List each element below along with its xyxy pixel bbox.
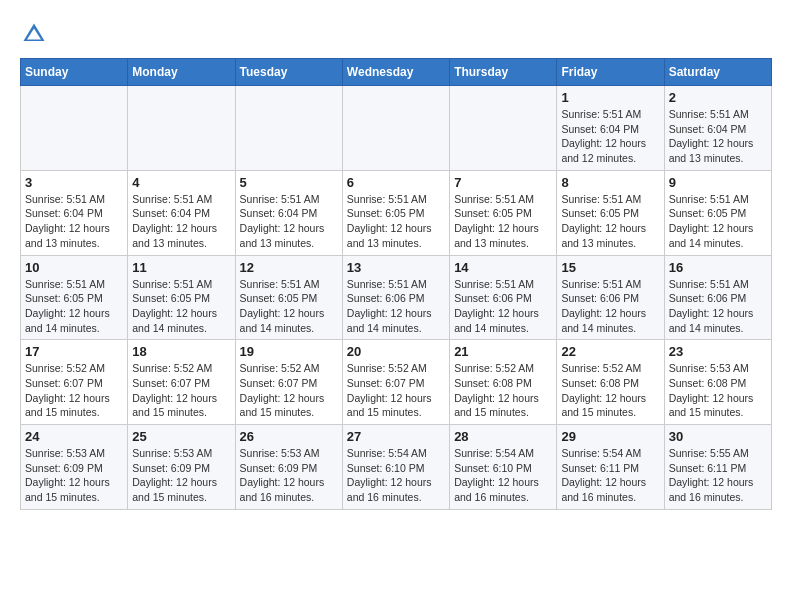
day-info: Sunrise: 5:51 AM Sunset: 6:04 PM Dayligh… <box>25 192 123 251</box>
day-header-thursday: Thursday <box>450 59 557 86</box>
day-info: Sunrise: 5:51 AM Sunset: 6:04 PM Dayligh… <box>240 192 338 251</box>
day-number: 9 <box>669 175 767 190</box>
day-info: Sunrise: 5:52 AM Sunset: 6:08 PM Dayligh… <box>454 361 552 420</box>
day-cell: 27Sunrise: 5:54 AM Sunset: 6:10 PM Dayli… <box>342 425 449 510</box>
day-info: Sunrise: 5:54 AM Sunset: 6:11 PM Dayligh… <box>561 446 659 505</box>
day-number: 24 <box>25 429 123 444</box>
day-cell: 17Sunrise: 5:52 AM Sunset: 6:07 PM Dayli… <box>21 340 128 425</box>
logo <box>20 20 52 48</box>
week-row: 1Sunrise: 5:51 AM Sunset: 6:04 PM Daylig… <box>21 86 772 171</box>
header-row: SundayMondayTuesdayWednesdayThursdayFrid… <box>21 59 772 86</box>
day-info: Sunrise: 5:51 AM Sunset: 6:05 PM Dayligh… <box>240 277 338 336</box>
day-number: 18 <box>132 344 230 359</box>
day-cell: 22Sunrise: 5:52 AM Sunset: 6:08 PM Dayli… <box>557 340 664 425</box>
day-number: 11 <box>132 260 230 275</box>
day-header-monday: Monday <box>128 59 235 86</box>
day-cell: 3Sunrise: 5:51 AM Sunset: 6:04 PM Daylig… <box>21 170 128 255</box>
day-number: 20 <box>347 344 445 359</box>
day-info: Sunrise: 5:52 AM Sunset: 6:07 PM Dayligh… <box>240 361 338 420</box>
day-cell: 4Sunrise: 5:51 AM Sunset: 6:04 PM Daylig… <box>128 170 235 255</box>
day-cell: 13Sunrise: 5:51 AM Sunset: 6:06 PM Dayli… <box>342 255 449 340</box>
day-info: Sunrise: 5:51 AM Sunset: 6:04 PM Dayligh… <box>132 192 230 251</box>
day-number: 25 <box>132 429 230 444</box>
day-cell: 21Sunrise: 5:52 AM Sunset: 6:08 PM Dayli… <box>450 340 557 425</box>
day-info: Sunrise: 5:51 AM Sunset: 6:05 PM Dayligh… <box>454 192 552 251</box>
week-row: 3Sunrise: 5:51 AM Sunset: 6:04 PM Daylig… <box>21 170 772 255</box>
day-number: 10 <box>25 260 123 275</box>
day-number: 22 <box>561 344 659 359</box>
day-number: 8 <box>561 175 659 190</box>
day-number: 21 <box>454 344 552 359</box>
day-info: Sunrise: 5:53 AM Sunset: 6:09 PM Dayligh… <box>240 446 338 505</box>
day-cell: 29Sunrise: 5:54 AM Sunset: 6:11 PM Dayli… <box>557 425 664 510</box>
day-info: Sunrise: 5:51 AM Sunset: 6:04 PM Dayligh… <box>669 107 767 166</box>
day-header-tuesday: Tuesday <box>235 59 342 86</box>
day-header-wednesday: Wednesday <box>342 59 449 86</box>
day-cell <box>342 86 449 171</box>
day-info: Sunrise: 5:55 AM Sunset: 6:11 PM Dayligh… <box>669 446 767 505</box>
day-cell: 6Sunrise: 5:51 AM Sunset: 6:05 PM Daylig… <box>342 170 449 255</box>
day-info: Sunrise: 5:51 AM Sunset: 6:05 PM Dayligh… <box>669 192 767 251</box>
day-cell: 20Sunrise: 5:52 AM Sunset: 6:07 PM Dayli… <box>342 340 449 425</box>
day-number: 5 <box>240 175 338 190</box>
day-cell: 2Sunrise: 5:51 AM Sunset: 6:04 PM Daylig… <box>664 86 771 171</box>
week-row: 17Sunrise: 5:52 AM Sunset: 6:07 PM Dayli… <box>21 340 772 425</box>
day-cell: 11Sunrise: 5:51 AM Sunset: 6:05 PM Dayli… <box>128 255 235 340</box>
day-info: Sunrise: 5:53 AM Sunset: 6:09 PM Dayligh… <box>25 446 123 505</box>
day-cell <box>21 86 128 171</box>
day-info: Sunrise: 5:52 AM Sunset: 6:07 PM Dayligh… <box>347 361 445 420</box>
day-info: Sunrise: 5:51 AM Sunset: 6:05 PM Dayligh… <box>347 192 445 251</box>
calendar-body: 1Sunrise: 5:51 AM Sunset: 6:04 PM Daylig… <box>21 86 772 510</box>
day-number: 7 <box>454 175 552 190</box>
day-info: Sunrise: 5:51 AM Sunset: 6:05 PM Dayligh… <box>132 277 230 336</box>
day-info: Sunrise: 5:53 AM Sunset: 6:09 PM Dayligh… <box>132 446 230 505</box>
page-header <box>20 20 772 48</box>
day-number: 15 <box>561 260 659 275</box>
day-info: Sunrise: 5:52 AM Sunset: 6:07 PM Dayligh… <box>132 361 230 420</box>
day-info: Sunrise: 5:51 AM Sunset: 6:06 PM Dayligh… <box>347 277 445 336</box>
day-number: 26 <box>240 429 338 444</box>
day-cell: 14Sunrise: 5:51 AM Sunset: 6:06 PM Dayli… <box>450 255 557 340</box>
day-cell: 9Sunrise: 5:51 AM Sunset: 6:05 PM Daylig… <box>664 170 771 255</box>
day-info: Sunrise: 5:54 AM Sunset: 6:10 PM Dayligh… <box>454 446 552 505</box>
day-number: 28 <box>454 429 552 444</box>
day-cell: 7Sunrise: 5:51 AM Sunset: 6:05 PM Daylig… <box>450 170 557 255</box>
day-info: Sunrise: 5:51 AM Sunset: 6:06 PM Dayligh… <box>669 277 767 336</box>
day-number: 17 <box>25 344 123 359</box>
day-header-friday: Friday <box>557 59 664 86</box>
day-cell: 28Sunrise: 5:54 AM Sunset: 6:10 PM Dayli… <box>450 425 557 510</box>
day-info: Sunrise: 5:51 AM Sunset: 6:04 PM Dayligh… <box>561 107 659 166</box>
day-number: 12 <box>240 260 338 275</box>
day-number: 6 <box>347 175 445 190</box>
day-cell <box>128 86 235 171</box>
day-cell: 12Sunrise: 5:51 AM Sunset: 6:05 PM Dayli… <box>235 255 342 340</box>
calendar-table: SundayMondayTuesdayWednesdayThursdayFrid… <box>20 58 772 510</box>
day-cell <box>450 86 557 171</box>
day-number: 14 <box>454 260 552 275</box>
day-cell: 23Sunrise: 5:53 AM Sunset: 6:08 PM Dayli… <box>664 340 771 425</box>
day-cell: 24Sunrise: 5:53 AM Sunset: 6:09 PM Dayli… <box>21 425 128 510</box>
day-info: Sunrise: 5:52 AM Sunset: 6:08 PM Dayligh… <box>561 361 659 420</box>
day-cell: 1Sunrise: 5:51 AM Sunset: 6:04 PM Daylig… <box>557 86 664 171</box>
day-info: Sunrise: 5:54 AM Sunset: 6:10 PM Dayligh… <box>347 446 445 505</box>
day-cell <box>235 86 342 171</box>
day-cell: 26Sunrise: 5:53 AM Sunset: 6:09 PM Dayli… <box>235 425 342 510</box>
week-row: 10Sunrise: 5:51 AM Sunset: 6:05 PM Dayli… <box>21 255 772 340</box>
day-cell: 18Sunrise: 5:52 AM Sunset: 6:07 PM Dayli… <box>128 340 235 425</box>
day-number: 29 <box>561 429 659 444</box>
day-number: 23 <box>669 344 767 359</box>
day-number: 13 <box>347 260 445 275</box>
day-number: 2 <box>669 90 767 105</box>
day-number: 4 <box>132 175 230 190</box>
day-number: 3 <box>25 175 123 190</box>
day-number: 1 <box>561 90 659 105</box>
day-cell: 25Sunrise: 5:53 AM Sunset: 6:09 PM Dayli… <box>128 425 235 510</box>
day-info: Sunrise: 5:51 AM Sunset: 6:05 PM Dayligh… <box>561 192 659 251</box>
day-info: Sunrise: 5:53 AM Sunset: 6:08 PM Dayligh… <box>669 361 767 420</box>
day-number: 30 <box>669 429 767 444</box>
day-number: 19 <box>240 344 338 359</box>
week-row: 24Sunrise: 5:53 AM Sunset: 6:09 PM Dayli… <box>21 425 772 510</box>
day-number: 16 <box>669 260 767 275</box>
day-info: Sunrise: 5:51 AM Sunset: 6:06 PM Dayligh… <box>454 277 552 336</box>
day-header-saturday: Saturday <box>664 59 771 86</box>
